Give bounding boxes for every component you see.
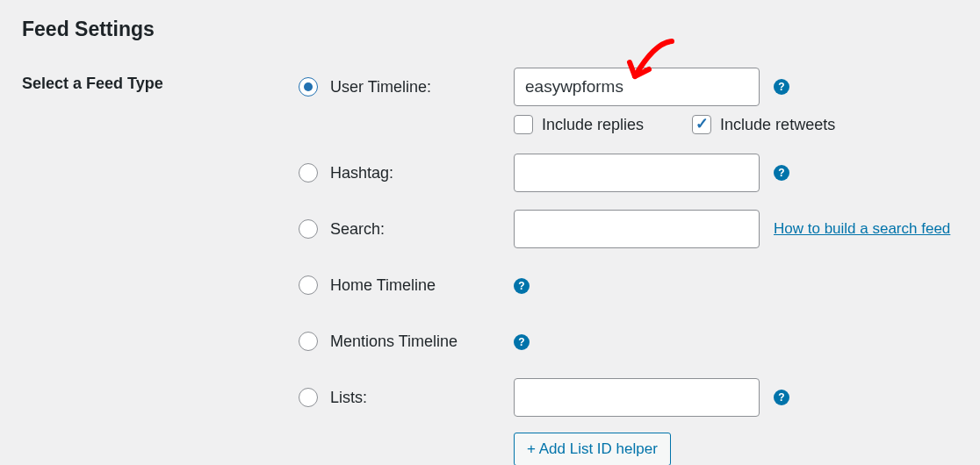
input-user-timeline[interactable] [514, 68, 760, 106]
link-search-help[interactable]: How to build a search feed [774, 220, 950, 238]
option-home-timeline: Home Timeline ? [299, 266, 958, 304]
checkbox-include-replies[interactable] [514, 115, 533, 134]
label-search: Search: [330, 220, 385, 239]
help-icon[interactable]: ? [774, 165, 789, 181]
label-lists: Lists: [330, 389, 367, 407]
radio-lists[interactable] [299, 388, 318, 407]
input-search[interactable] [514, 210, 760, 248]
option-hashtag: Hashtag: ? [299, 154, 958, 192]
radio-mentions-timeline[interactable] [299, 332, 318, 351]
help-icon[interactable]: ? [774, 390, 789, 405]
option-search: Search: How to build a search feed [299, 210, 958, 248]
checkbox-include-retweets[interactable] [692, 115, 711, 134]
radio-home-timeline[interactable] [299, 275, 318, 295]
user-timeline-suboptions: Include replies Include retweets [514, 115, 958, 134]
section-label: Select a Feed Type [22, 68, 299, 93]
label-hashtag: Hashtag: [330, 164, 393, 182]
label-mentions-timeline: Mentions Timeline [330, 333, 458, 351]
help-icon[interactable]: ? [774, 79, 789, 95]
radio-user-timeline[interactable] [299, 77, 318, 97]
option-user-timeline: User Timeline: ? [299, 68, 958, 106]
input-hashtag[interactable] [514, 154, 760, 192]
option-mentions-timeline: Mentions Timeline ? [299, 322, 958, 361]
button-add-list-helper[interactable]: + Add List ID helper [514, 433, 671, 465]
help-icon[interactable]: ? [514, 278, 530, 294]
radio-hashtag[interactable] [299, 163, 318, 182]
radio-search[interactable] [299, 219, 318, 239]
label-home-timeline: Home Timeline [330, 276, 436, 295]
help-icon[interactable]: ? [514, 334, 530, 350]
label-include-replies: Include replies [542, 116, 644, 134]
option-lists: Lists: ? [299, 378, 958, 417]
label-include-retweets: Include retweets [720, 116, 835, 134]
label-user-timeline: User Timeline: [330, 78, 431, 97]
lists-helper-wrap: + Add List ID helper [514, 426, 958, 465]
page-heading: Feed Settings [22, 18, 958, 41]
input-lists[interactable] [514, 378, 760, 417]
feed-type-section: Select a Feed Type User Timeline: ? Incl… [22, 68, 958, 465]
